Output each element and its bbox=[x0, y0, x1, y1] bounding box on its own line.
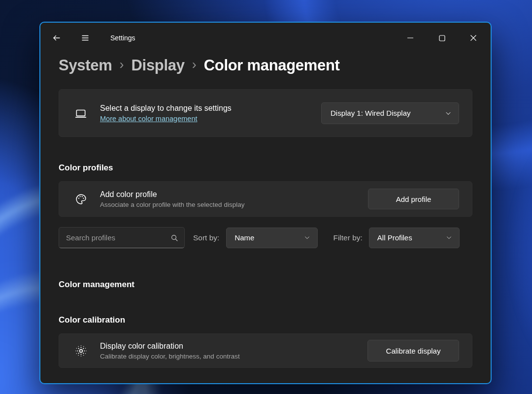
add-color-profile-description: Associate a color profile with the selec… bbox=[100, 201, 244, 208]
breadcrumb: System › Display › Color management bbox=[59, 57, 472, 74]
add-profile-button[interactable]: Add profile bbox=[368, 189, 459, 209]
display-selector-title: Select a display to change its settings bbox=[100, 104, 232, 113]
display-color-calibration-title: Display color calibration bbox=[100, 342, 240, 351]
palette-icon bbox=[74, 193, 87, 205]
color-profiles-heading: Color profiles bbox=[59, 163, 472, 173]
sort-by-value: Name bbox=[234, 233, 254, 242]
titlebar: Settings bbox=[40, 23, 491, 53]
close-button[interactable] bbox=[462, 30, 485, 46]
filter-by-dropdown[interactable]: All Profiles bbox=[369, 228, 460, 248]
window-controls bbox=[399, 30, 485, 46]
sort-by-dropdown[interactable]: Name bbox=[226, 228, 318, 248]
maximize-icon bbox=[439, 35, 445, 41]
breadcrumb-chevron-icon: › bbox=[112, 57, 132, 72]
back-button[interactable] bbox=[47, 29, 66, 47]
minimize-button[interactable] bbox=[399, 30, 422, 46]
breadcrumb-system[interactable]: System bbox=[59, 57, 112, 74]
chevron-down-icon bbox=[445, 110, 452, 117]
breadcrumb-display[interactable]: Display bbox=[132, 57, 185, 74]
add-color-profile-texts: Add color profile Associate a color prof… bbox=[100, 190, 244, 208]
sort-by-label: Sort by: bbox=[193, 233, 219, 242]
color-management-heading: Color management bbox=[59, 280, 472, 290]
display-selector-texts: Select a display to change its settings … bbox=[100, 104, 232, 123]
add-color-profile-card: Add color profile Associate a color prof… bbox=[59, 181, 472, 217]
display-dropdown-value: Display 1: Wired Display bbox=[331, 109, 411, 117]
settings-window: Settings System › Display › Color manage… bbox=[39, 22, 492, 384]
filter-by-label: Filter by: bbox=[333, 233, 362, 242]
app-title: Settings bbox=[110, 34, 135, 42]
filter-by-value: All Profiles bbox=[377, 233, 412, 242]
page-content: System › Display › Color management Sele… bbox=[40, 57, 491, 368]
hamburger-menu-button[interactable] bbox=[75, 29, 95, 47]
back-arrow-icon bbox=[52, 33, 61, 42]
breadcrumb-chevron-icon: › bbox=[185, 57, 204, 72]
search-profiles-box bbox=[59, 227, 185, 248]
hamburger-icon bbox=[81, 33, 90, 42]
close-icon bbox=[470, 34, 477, 41]
display-color-calibration-texts: Display color calibration Calibrate disp… bbox=[100, 342, 240, 360]
minimize-icon bbox=[407, 34, 414, 41]
display-color-calibration-card: Display color calibration Calibrate disp… bbox=[59, 333, 472, 368]
display-color-calibration-description: Calibrate display color, brightness, and… bbox=[100, 353, 240, 360]
profiles-toolbar: Sort by: Name Filter by: All Profiles bbox=[59, 227, 472, 248]
monitor-icon bbox=[74, 107, 87, 120]
display-selector-card: Select a display to change its settings … bbox=[59, 89, 472, 137]
calibration-sunburst-icon bbox=[74, 345, 87, 357]
more-about-color-management-link[interactable]: More about color management bbox=[100, 115, 232, 123]
maximize-button[interactable] bbox=[431, 30, 453, 46]
search-icon[interactable] bbox=[170, 234, 178, 242]
page-title: Color management bbox=[204, 57, 340, 74]
chevron-down-icon bbox=[304, 234, 310, 241]
chevron-down-icon bbox=[446, 234, 452, 241]
display-dropdown[interactable]: Display 1: Wired Display bbox=[321, 102, 459, 124]
color-calibration-heading: Color calibration bbox=[59, 315, 472, 325]
add-color-profile-title: Add color profile bbox=[100, 190, 244, 199]
titlebar-left: Settings bbox=[47, 29, 135, 47]
calibrate-display-button[interactable]: Calibrate display bbox=[367, 340, 459, 361]
search-profiles-input[interactable] bbox=[66, 233, 170, 242]
